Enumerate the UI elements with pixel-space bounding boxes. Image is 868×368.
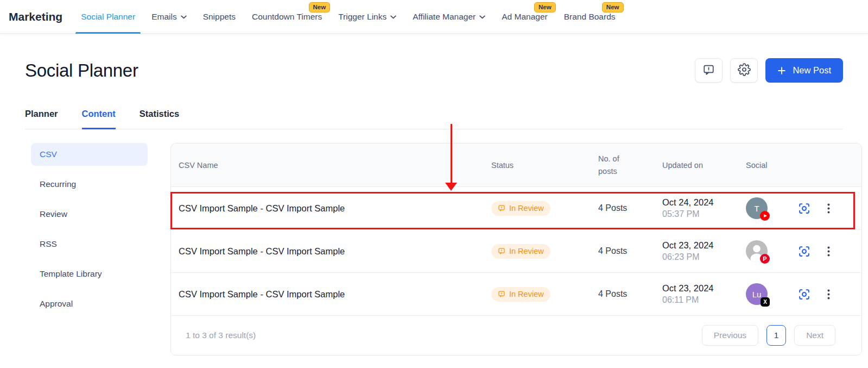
nav-item-label: Countdown Timers bbox=[252, 12, 322, 22]
header-actions: New Post bbox=[695, 58, 843, 83]
table-row-csv-2[interactable]: CSV Import Sample - CSV Import Sample In… bbox=[171, 230, 861, 273]
nav-item-countdown-timers[interactable]: Countdown Timers New bbox=[252, 0, 322, 34]
focus-scan-icon bbox=[797, 245, 811, 258]
row-menu-button[interactable] bbox=[827, 203, 830, 214]
new-post-label: New Post bbox=[793, 65, 831, 76]
pinterest-icon: P bbox=[760, 254, 770, 264]
x-twitter-icon: X bbox=[761, 297, 770, 307]
focus-scan-icon bbox=[797, 288, 811, 301]
nav-item-emails[interactable]: Emails bbox=[151, 0, 187, 34]
preview-scan-button[interactable] bbox=[797, 245, 811, 258]
kebab-menu-icon bbox=[827, 289, 830, 300]
alert-bubble-icon bbox=[498, 290, 505, 298]
nav-item-label: Ad Manager bbox=[502, 12, 547, 22]
nav-brand-marketing: Marketing bbox=[9, 10, 62, 23]
feedback-bubble-icon bbox=[702, 64, 715, 78]
alert-bubble-icon bbox=[498, 204, 505, 212]
alert-bubble-icon bbox=[498, 247, 505, 255]
row-menu-button[interactable] bbox=[827, 246, 830, 257]
next-page-button[interactable]: Next bbox=[794, 325, 835, 346]
top-navigation: Marketing Social Planner Emails Snippets… bbox=[0, 0, 868, 34]
gear-icon bbox=[738, 63, 751, 78]
focus-scan-icon bbox=[797, 202, 811, 215]
pagination: Previous 1 Next bbox=[702, 325, 835, 346]
kebab-menu-icon bbox=[827, 203, 830, 214]
sidebar-item-approval[interactable]: Approval bbox=[31, 292, 148, 315]
previous-page-button[interactable]: Previous bbox=[702, 325, 758, 346]
csv-name: CSV Import Sample - CSV Import Sample bbox=[179, 203, 491, 214]
new-badge: New bbox=[534, 2, 556, 13]
posts-count: 4 Posts bbox=[598, 289, 662, 299]
sidebar-item-review[interactable]: Review bbox=[31, 203, 148, 226]
column-header-status: Status bbox=[491, 161, 598, 170]
status-badge: In Review bbox=[491, 244, 550, 259]
column-header-updated-on: Updated on bbox=[662, 161, 746, 170]
page-title: Social Planner bbox=[25, 60, 138, 81]
nav-item-label: Trigger Links bbox=[338, 12, 387, 22]
nav-item-social-planner[interactable]: Social Planner bbox=[81, 0, 135, 34]
new-badge: New bbox=[602, 2, 624, 13]
sidebar-item-rss[interactable]: RSS bbox=[31, 233, 148, 255]
nav-item-label: Brand Boards bbox=[564, 12, 616, 22]
nav-item-label: Affiliate Manager bbox=[413, 12, 476, 22]
plus-icon bbox=[777, 66, 786, 75]
new-badge: New bbox=[309, 2, 331, 13]
csv-table-card: CSV Name Status No. of posts Updated on … bbox=[170, 143, 862, 355]
table-row-csv-1[interactable]: CSV Import Sample - CSV Import Sample In… bbox=[171, 187, 861, 230]
status-badge: In Review bbox=[491, 287, 550, 302]
posts-count: 4 Posts bbox=[598, 203, 662, 213]
tab-content[interactable]: Content bbox=[82, 109, 116, 129]
nav-item-snippets[interactable]: Snippets bbox=[203, 0, 236, 34]
column-header-csv-name: CSV Name bbox=[179, 161, 491, 170]
csv-name: CSV Import Sample - CSV Import Sample bbox=[179, 289, 491, 300]
column-header-no-of-posts: No. of posts bbox=[598, 153, 662, 177]
nav-item-label: Social Planner bbox=[81, 12, 135, 22]
nav-item-label: Emails bbox=[151, 12, 177, 22]
nav-item-label: Snippets bbox=[203, 12, 236, 22]
preview-scan-button[interactable] bbox=[797, 288, 811, 301]
new-post-button[interactable]: New Post bbox=[765, 58, 843, 83]
results-count: 1 to 3 of 3 result(s) bbox=[186, 330, 256, 340]
nav-item-trigger-links[interactable]: Trigger Links bbox=[338, 0, 396, 34]
table-row-csv-3[interactable]: CSV Import Sample - CSV Import Sample In… bbox=[171, 273, 861, 316]
sidebar-item-template-library[interactable]: Template Library bbox=[31, 263, 148, 285]
table-header-row: CSV Name Status No. of posts Updated on … bbox=[171, 144, 861, 187]
feedback-button[interactable] bbox=[695, 58, 723, 83]
chevron-down-icon bbox=[390, 15, 396, 19]
sidebar-item-recurring[interactable]: Recurring bbox=[31, 173, 148, 196]
avatar: Lu X bbox=[746, 283, 768, 305]
settings-button[interactable] bbox=[730, 58, 758, 83]
preview-scan-button[interactable] bbox=[797, 202, 811, 215]
status-badge: In Review bbox=[491, 201, 550, 216]
nav-item-ad-manager[interactable]: Ad Manager New bbox=[502, 0, 547, 34]
table-footer: 1 to 3 of 3 result(s) Previous 1 Next bbox=[171, 316, 861, 355]
nav-item-brand-boards[interactable]: Brand Boards New bbox=[564, 0, 616, 34]
tab-statistics[interactable]: Statistics bbox=[140, 109, 179, 129]
chevron-down-icon bbox=[479, 15, 485, 19]
page-header: Social Planner bbox=[25, 58, 843, 83]
updated-on: Oct 23, 2024 06:23 PM bbox=[662, 240, 746, 262]
posts-count: 4 Posts bbox=[598, 246, 662, 256]
main-area: CSV Recurring Review RSS Template Librar… bbox=[0, 143, 868, 355]
chevron-down-icon bbox=[181, 15, 187, 19]
csv-name: CSV Import Sample - CSV Import Sample bbox=[179, 246, 491, 257]
updated-on: Oct 24, 2024 05:37 PM bbox=[662, 197, 746, 219]
column-header-social: Social bbox=[746, 161, 794, 170]
tab-planner[interactable]: Planner bbox=[25, 109, 58, 129]
avatar: P bbox=[746, 240, 768, 262]
sidebar-item-csv[interactable]: CSV bbox=[31, 143, 148, 166]
page-number-button[interactable]: 1 bbox=[766, 325, 786, 346]
nav-item-affiliate-manager[interactable]: Affiliate Manager bbox=[413, 0, 485, 34]
updated-on: Oct 23, 2024 06:11 PM bbox=[662, 283, 746, 305]
avatar: T bbox=[746, 197, 768, 219]
content-sidebar: CSV Recurring Review RSS Template Librar… bbox=[31, 143, 148, 322]
kebab-menu-icon bbox=[827, 246, 830, 257]
content-tabs: Planner Content Statistics bbox=[25, 109, 843, 129]
youtube-icon bbox=[760, 211, 770, 221]
row-menu-button[interactable] bbox=[827, 289, 830, 300]
